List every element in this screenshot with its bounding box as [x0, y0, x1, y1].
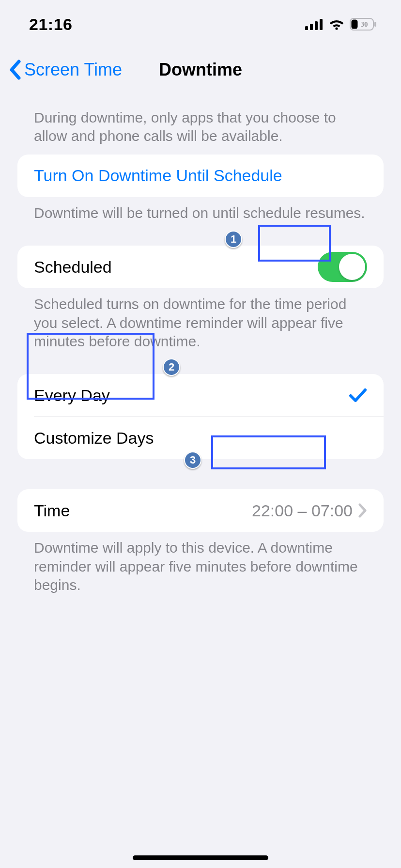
scheduled-toggle[interactable] [318, 252, 367, 282]
every-day-label: Every Day [34, 386, 110, 405]
time-value: 22:00 – 07:00 [252, 501, 353, 520]
status-indicators: 30 [305, 18, 377, 31]
toggle-knob [339, 254, 365, 280]
svg-text:30: 30 [361, 20, 368, 28]
checkmark-icon [349, 387, 367, 403]
back-button[interactable]: Screen Time [9, 48, 122, 91]
turn-on-downtime-button[interactable]: Turn On Downtime Until Schedule [17, 155, 384, 197]
scheduled-row: Scheduled [17, 246, 384, 288]
scheduled-label: Scheduled [34, 258, 112, 277]
scheduled-group: Scheduled [17, 246, 384, 288]
battery-icon: 30 [350, 18, 377, 31]
turn-on-label: Turn On Downtime Until Schedule [34, 166, 282, 185]
every-day-row[interactable]: Every Day [17, 374, 384, 417]
svg-rect-6 [352, 20, 358, 29]
customize-days-label: Customize Days [34, 429, 154, 448]
schedule-mode-group: Every Day Customize Days [17, 374, 384, 459]
time-label: Time [34, 501, 70, 520]
customize-days-row[interactable]: Customize Days [17, 417, 384, 459]
scheduled-footer: Scheduled turns on downtime for the time… [17, 295, 384, 351]
wifi-icon [328, 18, 345, 30]
intro-text: During downtime, only apps that you choo… [17, 108, 384, 146]
time-row[interactable]: Time 22:00 – 07:00 [17, 489, 384, 532]
time-group: Time 22:00 – 07:00 [17, 489, 384, 532]
chevron-right-icon [358, 503, 367, 518]
nav-bar: Screen Time Downtime [0, 48, 401, 91]
svg-rect-1 [310, 24, 313, 30]
svg-rect-3 [320, 19, 323, 30]
turn-on-group: Turn On Downtime Until Schedule [17, 155, 384, 197]
svg-point-4 [335, 27, 338, 30]
status-time: 21:16 [29, 15, 72, 34]
time-footer: Downtime will apply to this device. A do… [17, 539, 384, 594]
svg-rect-0 [305, 26, 308, 30]
svg-rect-7 [374, 22, 376, 27]
back-label: Screen Time [24, 60, 122, 80]
cellular-icon [305, 18, 324, 30]
home-indicator [133, 855, 268, 860]
chevron-left-icon [9, 60, 21, 80]
turn-on-footer: Downtime will be turned on until schedul… [17, 204, 384, 222]
svg-rect-2 [315, 21, 318, 30]
status-bar: 21:16 30 [0, 0, 401, 48]
